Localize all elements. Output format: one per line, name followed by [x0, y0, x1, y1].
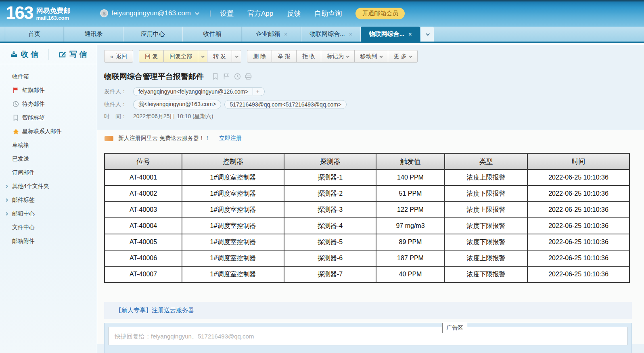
- table-cell: AT-40002: [105, 186, 182, 202]
- tab-app-center[interactable]: 应用中心: [123, 27, 183, 42]
- sidebar-item-smart-tags[interactable]: 智能标签: [0, 111, 97, 125]
- feedback-link[interactable]: 反馈: [287, 9, 301, 18]
- back-button[interactable]: « 返回: [104, 50, 133, 63]
- chevron-down-icon: [426, 32, 430, 36]
- table-cell: 浓度下限报警: [445, 234, 527, 250]
- sidebar-item-mail-center[interactable]: 邮箱中心: [0, 207, 97, 221]
- more-button[interactable]: 更 多: [388, 50, 418, 63]
- clock-icon[interactable]: [234, 73, 241, 80]
- sidebar-item-starred-contacts[interactable]: 星标联系人邮件: [0, 125, 97, 138]
- table-header-row: 位号 控制器 探测器 触发值 类型 时间: [105, 153, 629, 169]
- tab-enterprise-mail[interactable]: 企业邮箱 ×: [242, 27, 301, 42]
- tab-contacts[interactable]: 通讯录: [64, 27, 123, 42]
- col-header-controller: 控制器: [182, 153, 284, 169]
- table-cell: 浓度上限报警: [445, 202, 527, 218]
- quick-reply-input[interactable]: [109, 327, 627, 345]
- table-cell: 1#调度室控制器: [182, 250, 284, 266]
- sidebar-item-inbox[interactable]: 收件箱: [0, 70, 97, 84]
- ad-banner[interactable]: 新人注册阿里云 免费送云服务器！！ 立即注册: [97, 130, 644, 146]
- mark-as-button[interactable]: 标记为: [321, 50, 355, 63]
- table-cell: AT-40001: [105, 169, 182, 186]
- close-icon[interactable]: ×: [284, 31, 287, 37]
- brand-title: 网易免费邮: [36, 7, 70, 15]
- tab-iot-mail-2-active[interactable]: 物联网综合... ×: [361, 27, 420, 42]
- self-service-link[interactable]: 自助查询: [314, 9, 342, 18]
- add-contact-button[interactable]: +: [253, 88, 259, 95]
- table-cell: 探测器-2: [284, 186, 376, 202]
- mail-meta: 发件人： feiyangqingyun<feiyangqingyun@126.c…: [97, 87, 644, 120]
- table-cell: 1#调度室控制器: [182, 169, 284, 186]
- 163-logo[interactable]: 163 网易免费邮 mail.163.com: [6, 3, 70, 23]
- sidebar-item-mail-tags[interactable]: 邮件标签: [0, 193, 97, 207]
- receive-mail-button[interactable]: 收 信: [0, 49, 48, 60]
- sender-address-pill[interactable]: feiyangqingyun<feiyangqingyun@126.com> +: [133, 87, 265, 96]
- table-cell: 1#调度室控制器: [182, 202, 284, 218]
- table-cell: 1#调度室控制器: [182, 266, 284, 282]
- tab-home[interactable]: 首页: [5, 27, 64, 42]
- sidebar-item-sent[interactable]: 已发送: [0, 152, 97, 166]
- recipient-address-pill[interactable]: 517216493@qq.com<517216493@qq.com>: [224, 100, 347, 109]
- vip-upgrade-button[interactable]: 开通邮箱会员: [355, 8, 405, 19]
- official-app-link[interactable]: 官方App: [247, 9, 273, 18]
- close-icon[interactable]: ×: [349, 31, 352, 37]
- reject-button[interactable]: 拒 收: [297, 50, 321, 63]
- table-row: AT-400011#调度室控制器探测器-1140 PPM浓度上限报警2022-0…: [105, 169, 629, 186]
- chevron-down-icon: [379, 54, 383, 58]
- col-header-time: 时间: [527, 153, 629, 169]
- table-row: AT-400061#调度室控制器探测器-6187 PPM浓度上限报警2022-0…: [105, 250, 629, 266]
- tab-iot-mail-1[interactable]: 物联网综合... ×: [301, 27, 361, 42]
- bookmark-icon[interactable]: [212, 73, 220, 80]
- delete-button[interactable]: 删 除: [247, 50, 272, 63]
- tab-list-dropdown-button[interactable]: [421, 27, 434, 42]
- table-cell: 97 mg/m3: [376, 218, 445, 234]
- promo-link[interactable]: 【新人专享】注册送云服务器: [115, 307, 194, 314]
- chevron-down-icon: [409, 54, 412, 58]
- chevron-right-icon: [5, 185, 8, 188]
- table-cell: 51 PPM: [376, 186, 445, 202]
- table-cell: 浓度下限报警: [445, 218, 527, 234]
- table-cell: 1#调度室控制器: [182, 186, 284, 202]
- table-cell: 1#调度室控制器: [182, 234, 284, 250]
- forward-dropdown-button[interactable]: [232, 50, 241, 63]
- table-cell: 探测器-7: [284, 266, 376, 282]
- close-icon[interactable]: ×: [408, 31, 412, 37]
- move-to-button[interactable]: 移动到: [355, 50, 388, 63]
- table-cell: AT-40004: [105, 218, 182, 234]
- mail-subject: 物联网综合管理平台报警邮件: [104, 71, 204, 82]
- alarm-table: 位号 控制器 探测器 触发值 类型 时间 AT-400011#调度室控制器探测器…: [104, 153, 630, 283]
- settings-link[interactable]: 设置: [220, 9, 234, 18]
- forward-button[interactable]: 转 发: [207, 50, 232, 63]
- sidebar-item-other-folders[interactable]: 其他4个文件夹: [0, 180, 97, 193]
- table-cell: AT-40003: [105, 202, 182, 218]
- recipient-address-pill[interactable]: 我<feiyangqingyun@163.com>: [133, 100, 221, 109]
- sidebar-item-red-flag-mail[interactable]: 红旗邮件: [0, 84, 97, 97]
- report-button[interactable]: 举 报: [272, 50, 297, 63]
- table-cell: 89 PPM: [376, 234, 445, 250]
- table-cell: 2022-06-25 10:10:36: [527, 266, 629, 282]
- sidebar-item-subscriptions[interactable]: 订阅邮件: [0, 166, 97, 180]
- table-cell: 浓度下限报警: [445, 266, 527, 282]
- printer-icon[interactable]: [245, 73, 252, 80]
- aliyun-logo-icon: [105, 136, 113, 141]
- compose-pencil-icon: [59, 50, 66, 58]
- menu-divider: |: [209, 10, 211, 17]
- ad-banner-text: 新人注册阿里云 免费送云服务器！！: [118, 135, 210, 142]
- time-label: 时 间：: [104, 113, 133, 120]
- reply-button[interactable]: 回 复: [139, 50, 164, 63]
- account-email[interactable]: feiyangqingyun@163.com: [111, 9, 191, 17]
- tab-inbox[interactable]: 收件箱: [183, 27, 242, 42]
- mail-view-pane: « 返回 回 复 回复全部 转 发 删 除 举 报 拒 收 标记为 移动到 更 …: [97, 45, 644, 353]
- reply-all-button[interactable]: 回复全部: [164, 50, 198, 63]
- compose-mail-button[interactable]: 写 信: [48, 49, 97, 60]
- register-now-link[interactable]: 立即注册: [219, 135, 242, 142]
- reply-all-dropdown-button[interactable]: [198, 50, 207, 63]
- sidebar-item-todo-mail[interactable]: 待办邮件: [0, 97, 97, 111]
- ad-area-label: 广告区: [442, 323, 467, 333]
- mail-toolbar: « 返回 回 复 回复全部 转 发 删 除 举 报 拒 收 标记为 移动到 更 …: [97, 45, 644, 67]
- sidebar-item-file-center[interactable]: 文件中心: [0, 221, 97, 234]
- flag-icon[interactable]: [223, 73, 230, 80]
- member-badge-icon: $: [100, 9, 108, 17]
- sidebar-item-mail-attachments[interactable]: 邮箱附件: [0, 234, 97, 248]
- sidebar-item-drafts[interactable]: 草稿箱: [0, 138, 97, 152]
- chevron-down-icon[interactable]: [195, 10, 199, 15]
